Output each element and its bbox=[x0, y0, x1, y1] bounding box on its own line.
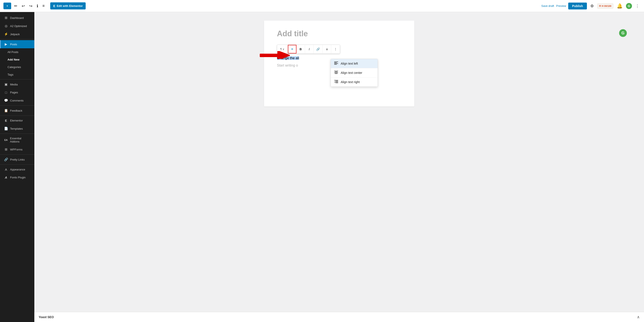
sidebar-item-comments[interactable]: 💬 Comments bbox=[0, 96, 34, 104]
edit-button[interactable]: ✏ bbox=[13, 2, 19, 10]
italic-button[interactable]: I bbox=[305, 45, 314, 54]
undo-icon: ↩ bbox=[22, 4, 25, 8]
sidebar-item-label: Add New bbox=[8, 58, 20, 61]
align-center-label: Align text center bbox=[341, 71, 362, 74]
comments-icon: 💬 bbox=[4, 98, 8, 102]
sidebar-item-fonts-plugin[interactable]: A Fonts Plugin bbox=[0, 174, 34, 182]
align-center-option[interactable]: Align text center bbox=[331, 68, 378, 78]
svg-rect-11 bbox=[334, 80, 338, 80]
content-area: G Add title ¶ ∨ bbox=[34, 12, 644, 322]
link-button[interactable]: 🔗 bbox=[314, 45, 323, 54]
templates-icon: 📄 bbox=[4, 127, 8, 130]
sidebar-item-essential-addons[interactable]: EA Essential Addons bbox=[0, 134, 34, 145]
sidebar-item-label: Pretty Links bbox=[10, 158, 25, 161]
sidebar-item-label: Tags bbox=[8, 73, 13, 76]
top-toolbar: + ✏ ↩ ↪ ℹ ≡ E Edit with Elementor Save d… bbox=[0, 0, 644, 12]
sidebar-item-label: A2 Optimized bbox=[10, 24, 27, 28]
publish-button[interactable]: Publish bbox=[568, 2, 587, 10]
info-icon: ℹ bbox=[37, 4, 38, 8]
redo-button[interactable]: ↪ bbox=[28, 2, 34, 10]
feedback-icon: 📋 bbox=[4, 108, 8, 112]
fonts-plugin-icon: A bbox=[4, 176, 8, 179]
preview-button[interactable]: Preview bbox=[556, 4, 566, 8]
sidebar-item-tags[interactable]: Tags bbox=[0, 71, 34, 78]
a2-icon: ◎ bbox=[4, 24, 8, 28]
info-button[interactable]: ℹ bbox=[36, 2, 40, 10]
notifications-icon[interactable]: 🔔 bbox=[616, 2, 624, 10]
list-view-button[interactable]: ≡ bbox=[41, 2, 46, 10]
sidebar-item-posts[interactable]: ▶ Posts bbox=[0, 40, 34, 48]
sidebar-item-wpforms[interactable]: ⊞ WPForms bbox=[0, 145, 34, 154]
sidebar-item-add-new[interactable]: Add New bbox=[0, 56, 34, 63]
sidebar-item-dashboard[interactable]: ⊞ Dashboard bbox=[0, 14, 34, 22]
link-icon: 🔗 bbox=[316, 48, 320, 51]
sidebar-item-label: Feedback bbox=[10, 109, 22, 112]
sidebar-item-label: Posts bbox=[10, 43, 17, 46]
sidebar-item-label: Templates bbox=[10, 127, 23, 130]
align-right-icon bbox=[334, 80, 338, 84]
more-rich-text-button[interactable]: ∨ bbox=[323, 45, 331, 54]
sidebar-item-pages[interactable]: □ Pages bbox=[0, 88, 34, 96]
svg-rect-10 bbox=[335, 74, 338, 74]
sidebar-item-pretty-links[interactable]: 🔗 Pretty Links bbox=[0, 156, 34, 164]
align-center-icon bbox=[334, 71, 338, 75]
save-draft-button[interactable]: Save draft bbox=[542, 4, 554, 8]
sidebar-item-label: Jetpack bbox=[10, 33, 20, 36]
align-left-icon bbox=[334, 62, 338, 66]
add-block-button[interactable]: + bbox=[4, 2, 11, 9]
svg-rect-7 bbox=[334, 71, 338, 71]
svg-rect-4 bbox=[334, 62, 337, 63]
bottom-bar: Yoast SEO ∧ bbox=[34, 312, 644, 322]
block-options-button[interactable]: ⋮ bbox=[331, 45, 340, 54]
dashboard-icon: ⊞ bbox=[4, 16, 8, 20]
bold-button[interactable]: B bbox=[296, 45, 305, 54]
jetpack-icon: ⚡ bbox=[4, 32, 8, 36]
svg-rect-8 bbox=[335, 72, 338, 72]
elementor-sidebar-icon: E bbox=[4, 119, 8, 122]
appearance-icon: A bbox=[4, 168, 8, 171]
yoast-expand-button[interactable]: ∧ bbox=[637, 315, 640, 320]
align-right-label: Align text right bbox=[341, 80, 360, 84]
list-icon: ≡ bbox=[42, 4, 45, 8]
align-dropdown: Align text left Align text center Align … bbox=[330, 59, 378, 87]
align-left-option[interactable]: Align text left bbox=[331, 59, 378, 68]
sidebar-item-feedback[interactable]: 📋 Feedback bbox=[0, 106, 34, 115]
sidebar-item-label: Media bbox=[10, 83, 18, 86]
sidebar-item-appearance[interactable]: A Appearance bbox=[0, 166, 34, 174]
yoast-h-icon: H bbox=[599, 4, 601, 8]
yoast-seo-badge[interactable]: H H 00/100 bbox=[597, 4, 613, 8]
wpforms-icon: ⊞ bbox=[4, 148, 8, 151]
editor-block: Add title ¶ ∨ ≡ B I 🔗 ∨ ⋮ Change the ali bbox=[264, 20, 414, 106]
post-title[interactable]: Add title bbox=[277, 29, 402, 38]
svg-rect-3 bbox=[334, 62, 338, 62]
sidebar-item-label: All Posts bbox=[8, 50, 18, 54]
ea-icon: EA bbox=[4, 139, 8, 141]
more-options-button[interactable]: ⋮ bbox=[634, 2, 640, 10]
add-icon: + bbox=[6, 4, 8, 8]
sidebar-item-label: Elementor bbox=[10, 119, 23, 122]
sidebar-item-label: Categories bbox=[8, 66, 21, 69]
red-arrow-indicator bbox=[260, 51, 290, 59]
undo-button[interactable]: ↩ bbox=[20, 2, 26, 10]
svg-rect-12 bbox=[336, 81, 338, 81]
sidebar-item-a2optimized[interactable]: ◎ A2 Optimized bbox=[0, 22, 34, 30]
elementor-button[interactable]: E Edit with Elementor bbox=[50, 2, 86, 10]
sidebar-item-jetpack[interactable]: ⚡ Jetpack bbox=[0, 30, 34, 38]
align-right-option[interactable]: Align text right bbox=[331, 78, 378, 86]
recaptcha-icon: G bbox=[619, 29, 627, 37]
sidebar-item-label: Pages bbox=[10, 91, 18, 94]
sidebar-item-label: Comments bbox=[10, 99, 24, 102]
sidebar-item-elementor[interactable]: E Elementor bbox=[0, 116, 34, 124]
sidebar-item-label: Appearance bbox=[10, 168, 25, 171]
yoast-seo-label: Yoast SEO bbox=[39, 315, 54, 319]
sidebar-item-categories[interactable]: Categories bbox=[0, 63, 34, 71]
sidebar-item-media[interactable]: ▣ Media bbox=[0, 80, 34, 88]
settings-button[interactable]: ⚙ bbox=[589, 2, 595, 10]
sidebar-item-all-posts[interactable]: All Posts bbox=[0, 48, 34, 56]
sidebar-item-templates[interactable]: 📄 Templates bbox=[0, 124, 34, 133]
sidebar-item-label: Fonts Plugin bbox=[10, 176, 26, 179]
pretty-links-icon: 🔗 bbox=[4, 158, 8, 162]
redo-icon: ↪ bbox=[29, 4, 32, 8]
user-avatar[interactable]: G bbox=[626, 3, 632, 9]
sidebar-item-label: Essential Addons bbox=[10, 137, 31, 143]
